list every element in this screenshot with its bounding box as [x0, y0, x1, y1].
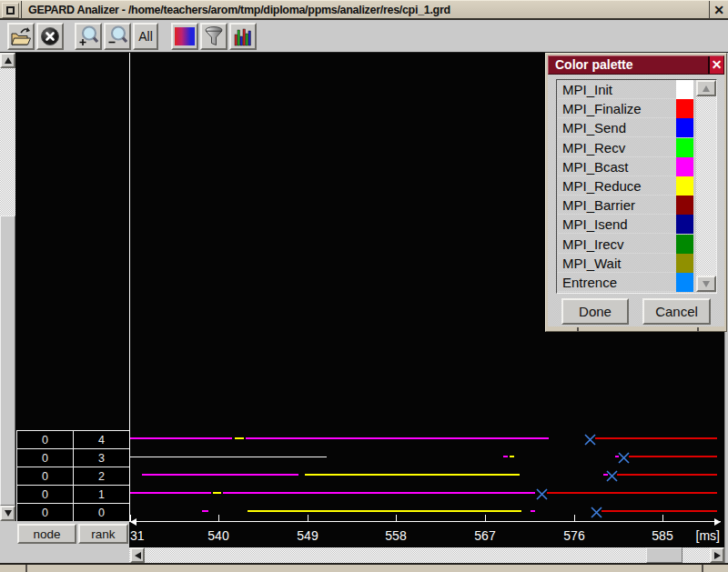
- titlebar-separator: [21, 1, 22, 19]
- palette-listbox[interactable]: MPI_InitMPI_FinalizeMPI_SendMPI_RecvMPI_…: [556, 79, 717, 294]
- palette-item-swatch: [676, 196, 693, 215]
- trace-segment: [602, 510, 717, 512]
- event-marker[interactable]: [584, 433, 596, 449]
- table-row[interactable]: 02: [17, 467, 130, 486]
- palette-item-label: MPI_Irecv: [562, 236, 624, 252]
- palette-item[interactable]: MPI_Init: [558, 80, 696, 99]
- trace-segment: [531, 510, 535, 512]
- table-row[interactable]: 01: [17, 486, 130, 504]
- event-marker[interactable]: [591, 506, 602, 522]
- trace-segment: [142, 474, 298, 476]
- palette-item[interactable]: MPI_Wait: [558, 254, 696, 273]
- dialog-close-button[interactable]: ✕: [708, 56, 723, 74]
- palette-item[interactable]: Entrence: [558, 273, 696, 292]
- table-cell: 0: [74, 504, 130, 522]
- filter-funnel-icon: [203, 25, 225, 47]
- frame-separator: [702, 565, 703, 572]
- palette-item-swatch: [676, 138, 693, 157]
- trace-segment: [305, 474, 520, 476]
- x-marker-icon: [591, 507, 602, 518]
- axis-tick-label: 567: [467, 528, 503, 543]
- bar-chart-icon: [232, 25, 254, 47]
- table-row[interactable]: 04: [17, 431, 130, 449]
- scroll-right-button[interactable]: [710, 547, 724, 563]
- node-button-label: node: [33, 527, 60, 541]
- table-cell: 3: [74, 449, 130, 467]
- bar-chart-button[interactable]: [229, 23, 257, 50]
- vertical-scrollbar-thumb[interactable]: [0, 216, 15, 506]
- table-cell: 0: [17, 504, 74, 522]
- listbox-scroll-up-button[interactable]: [696, 80, 716, 96]
- palette-item-label: MPI_Isend: [562, 216, 628, 232]
- trace-segment: [248, 510, 521, 512]
- trace-segment: [629, 456, 717, 457]
- palette-item-label: MPI_Init: [562, 82, 612, 97]
- table-row[interactable]: 03: [17, 449, 130, 467]
- axis-right-arrow: [714, 518, 721, 526]
- gradient-icon: [175, 27, 195, 45]
- x-marker-icon: [584, 434, 596, 446]
- up-arrow-icon: [5, 57, 12, 64]
- axis-tick: [485, 515, 486, 521]
- axis-tick-label: 31: [130, 528, 145, 543]
- palette-item-label: MPI_Reduce: [562, 178, 642, 194]
- color-palette-button[interactable]: [171, 23, 198, 50]
- event-marker[interactable]: [606, 469, 618, 486]
- listbox-scroll-down-button[interactable]: [696, 276, 716, 292]
- event-marker[interactable]: [618, 451, 630, 467]
- table-row[interactable]: 00: [17, 504, 130, 522]
- zoom-all-label: All: [138, 29, 153, 44]
- palette-item[interactable]: MPI_Bcast: [558, 157, 696, 176]
- window-titlebar[interactable]: GEPARD Analizer - /home/teachers/arom/tm…: [0, 0, 728, 20]
- scroll-left-button[interactable]: [130, 547, 145, 563]
- palette-item-swatch: [676, 235, 693, 254]
- listbox-scrollbar[interactable]: [696, 80, 716, 292]
- stop-button[interactable]: [36, 23, 64, 50]
- axis-tick: [218, 515, 219, 521]
- open-file-button[interactable]: [7, 23, 35, 50]
- table-cell: 4: [74, 431, 130, 449]
- palette-item[interactable]: MPI_Recv: [558, 138, 696, 157]
- axis-tick-label: 558: [378, 528, 414, 543]
- palette-item[interactable]: MPI_Isend: [558, 215, 696, 234]
- filter-button[interactable]: [200, 23, 228, 50]
- down-arrow-icon: [703, 281, 710, 287]
- trace-segment: [503, 456, 508, 457]
- dialog-title: Color palette: [555, 56, 633, 74]
- dialog-titlebar[interactable]: Color palette ✕: [548, 55, 724, 75]
- zoom-all-button[interactable]: All: [133, 23, 158, 50]
- palette-item[interactable]: MPI_Finalize: [558, 99, 696, 118]
- window-bottom-frame: [0, 563, 728, 572]
- vertical-scrollbar[interactable]: [0, 53, 15, 521]
- horizontal-scrollbar-thumb[interactable]: [646, 547, 682, 563]
- palette-item-swatch: [676, 215, 693, 234]
- palette-item[interactable]: MPI_Irecv: [558, 235, 696, 254]
- axis-tick: [662, 515, 663, 521]
- zoom-in-button[interactable]: [75, 23, 102, 50]
- rank-button-label: rank: [91, 527, 115, 541]
- zoom-out-button[interactable]: [104, 23, 131, 50]
- scroll-down-button[interactable]: [0, 506, 15, 521]
- stop-icon: [40, 26, 60, 46]
- horizontal-scrollbar[interactable]: [129, 547, 724, 563]
- done-button-label: Done: [579, 304, 612, 319]
- right-arrow-icon: [714, 552, 721, 559]
- palette-item[interactable]: MPI_Barrier: [558, 196, 696, 215]
- done-button[interactable]: Done: [561, 298, 629, 325]
- palette-item[interactable]: MPI_Send: [558, 118, 696, 137]
- palette-item-swatch: [676, 118, 693, 137]
- trace-segment: [223, 492, 535, 494]
- cancel-button[interactable]: Cancel: [642, 298, 711, 325]
- scroll-up-button[interactable]: [0, 53, 15, 68]
- palette-item-swatch: [676, 157, 693, 176]
- window-close-button[interactable]: ✕: [710, 1, 728, 19]
- frame-separator: [697, 327, 699, 332]
- axis-tick: [308, 515, 308, 521]
- rank-button[interactable]: rank: [78, 524, 128, 544]
- event-marker[interactable]: [536, 487, 548, 504]
- window-menu-button[interactable]: [2, 3, 19, 18]
- palette-item-swatch: [676, 176, 693, 196]
- palette-item[interactable]: MPI_Reduce: [558, 176, 696, 196]
- node-button[interactable]: node: [17, 524, 76, 544]
- trace-segment: [130, 492, 211, 494]
